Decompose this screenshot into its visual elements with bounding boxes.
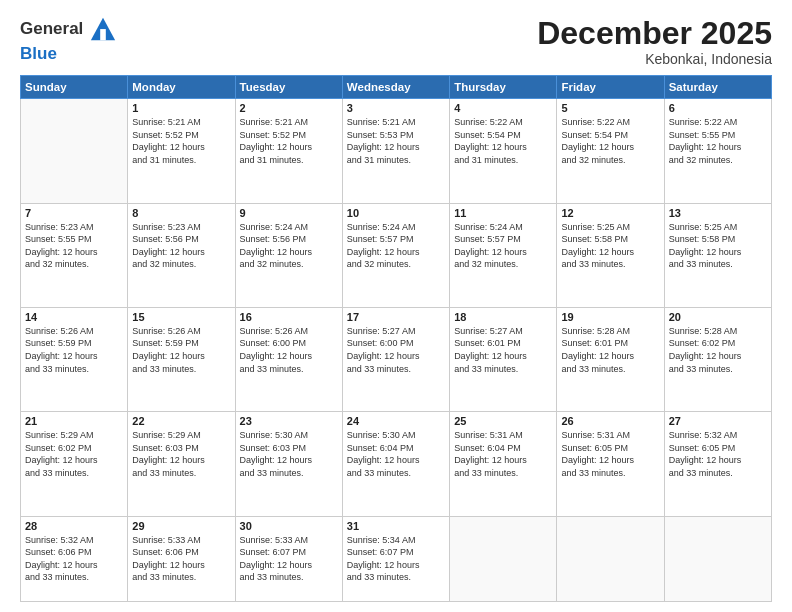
day-number: 7 bbox=[25, 207, 123, 219]
table-row: 17Sunrise: 5:27 AMSunset: 6:00 PMDayligh… bbox=[342, 307, 449, 411]
table-row: 29Sunrise: 5:33 AMSunset: 6:06 PMDayligh… bbox=[128, 516, 235, 601]
table-row: 30Sunrise: 5:33 AMSunset: 6:07 PMDayligh… bbox=[235, 516, 342, 601]
day-number: 14 bbox=[25, 311, 123, 323]
day-number: 13 bbox=[669, 207, 767, 219]
table-row bbox=[21, 99, 128, 203]
day-number: 26 bbox=[561, 415, 659, 427]
table-row: 7Sunrise: 5:23 AMSunset: 5:55 PMDaylight… bbox=[21, 203, 128, 307]
day-number: 21 bbox=[25, 415, 123, 427]
day-info: Sunrise: 5:27 AMSunset: 6:00 PMDaylight:… bbox=[347, 325, 445, 375]
day-number: 3 bbox=[347, 102, 445, 114]
day-info: Sunrise: 5:24 AMSunset: 5:57 PMDaylight:… bbox=[454, 221, 552, 271]
day-number: 2 bbox=[240, 102, 338, 114]
weekday-header-wednesday: Wednesday bbox=[342, 76, 449, 99]
day-number: 10 bbox=[347, 207, 445, 219]
day-number: 1 bbox=[132, 102, 230, 114]
day-number: 12 bbox=[561, 207, 659, 219]
table-row: 4Sunrise: 5:22 AMSunset: 5:54 PMDaylight… bbox=[450, 99, 557, 203]
day-info: Sunrise: 5:22 AMSunset: 5:54 PMDaylight:… bbox=[454, 116, 552, 166]
table-row: 23Sunrise: 5:30 AMSunset: 6:03 PMDayligh… bbox=[235, 412, 342, 516]
table-row: 15Sunrise: 5:26 AMSunset: 5:59 PMDayligh… bbox=[128, 307, 235, 411]
table-row: 22Sunrise: 5:29 AMSunset: 6:03 PMDayligh… bbox=[128, 412, 235, 516]
day-number: 5 bbox=[561, 102, 659, 114]
logo: General Blue bbox=[20, 16, 118, 64]
day-info: Sunrise: 5:30 AMSunset: 6:04 PMDaylight:… bbox=[347, 429, 445, 479]
weekday-header-sunday: Sunday bbox=[21, 76, 128, 99]
day-info: Sunrise: 5:31 AMSunset: 6:05 PMDaylight:… bbox=[561, 429, 659, 479]
table-row: 9Sunrise: 5:24 AMSunset: 5:56 PMDaylight… bbox=[235, 203, 342, 307]
table-row: 27Sunrise: 5:32 AMSunset: 6:05 PMDayligh… bbox=[664, 412, 771, 516]
table-row: 26Sunrise: 5:31 AMSunset: 6:05 PMDayligh… bbox=[557, 412, 664, 516]
table-row: 21Sunrise: 5:29 AMSunset: 6:02 PMDayligh… bbox=[21, 412, 128, 516]
day-info: Sunrise: 5:33 AMSunset: 6:07 PMDaylight:… bbox=[240, 534, 338, 584]
day-number: 27 bbox=[669, 415, 767, 427]
table-row: 28Sunrise: 5:32 AMSunset: 6:06 PMDayligh… bbox=[21, 516, 128, 601]
day-number: 28 bbox=[25, 520, 123, 532]
day-info: Sunrise: 5:22 AMSunset: 5:55 PMDaylight:… bbox=[669, 116, 767, 166]
day-info: Sunrise: 5:33 AMSunset: 6:06 PMDaylight:… bbox=[132, 534, 230, 584]
day-info: Sunrise: 5:34 AMSunset: 6:07 PMDaylight:… bbox=[347, 534, 445, 584]
day-info: Sunrise: 5:31 AMSunset: 6:04 PMDaylight:… bbox=[454, 429, 552, 479]
day-number: 4 bbox=[454, 102, 552, 114]
day-number: 17 bbox=[347, 311, 445, 323]
svg-rect-1 bbox=[100, 29, 106, 40]
table-row bbox=[664, 516, 771, 601]
day-info: Sunrise: 5:24 AMSunset: 5:56 PMDaylight:… bbox=[240, 221, 338, 271]
logo-blue: Blue bbox=[20, 44, 57, 63]
table-row: 12Sunrise: 5:25 AMSunset: 5:58 PMDayligh… bbox=[557, 203, 664, 307]
day-info: Sunrise: 5:28 AMSunset: 6:01 PMDaylight:… bbox=[561, 325, 659, 375]
calendar-table: SundayMondayTuesdayWednesdayThursdayFrid… bbox=[20, 75, 772, 602]
day-info: Sunrise: 5:21 AMSunset: 5:52 PMDaylight:… bbox=[240, 116, 338, 166]
day-number: 9 bbox=[240, 207, 338, 219]
day-info: Sunrise: 5:23 AMSunset: 5:56 PMDaylight:… bbox=[132, 221, 230, 271]
day-number: 30 bbox=[240, 520, 338, 532]
day-number: 19 bbox=[561, 311, 659, 323]
table-row: 31Sunrise: 5:34 AMSunset: 6:07 PMDayligh… bbox=[342, 516, 449, 601]
title-block: December 2025 Kebonkai, Indonesia bbox=[537, 16, 772, 67]
table-row: 5Sunrise: 5:22 AMSunset: 5:54 PMDaylight… bbox=[557, 99, 664, 203]
table-row bbox=[557, 516, 664, 601]
day-number: 6 bbox=[669, 102, 767, 114]
table-row: 16Sunrise: 5:26 AMSunset: 6:00 PMDayligh… bbox=[235, 307, 342, 411]
day-number: 15 bbox=[132, 311, 230, 323]
table-row: 18Sunrise: 5:27 AMSunset: 6:01 PMDayligh… bbox=[450, 307, 557, 411]
table-row: 13Sunrise: 5:25 AMSunset: 5:58 PMDayligh… bbox=[664, 203, 771, 307]
table-row: 6Sunrise: 5:22 AMSunset: 5:55 PMDaylight… bbox=[664, 99, 771, 203]
day-info: Sunrise: 5:26 AMSunset: 5:59 PMDaylight:… bbox=[25, 325, 123, 375]
day-info: Sunrise: 5:22 AMSunset: 5:54 PMDaylight:… bbox=[561, 116, 659, 166]
day-number: 11 bbox=[454, 207, 552, 219]
day-info: Sunrise: 5:28 AMSunset: 6:02 PMDaylight:… bbox=[669, 325, 767, 375]
day-info: Sunrise: 5:32 AMSunset: 6:06 PMDaylight:… bbox=[25, 534, 123, 584]
day-info: Sunrise: 5:25 AMSunset: 5:58 PMDaylight:… bbox=[561, 221, 659, 271]
day-info: Sunrise: 5:32 AMSunset: 6:05 PMDaylight:… bbox=[669, 429, 767, 479]
day-info: Sunrise: 5:21 AMSunset: 5:53 PMDaylight:… bbox=[347, 116, 445, 166]
month-title: December 2025 bbox=[537, 16, 772, 51]
logo-icon bbox=[89, 16, 117, 44]
weekday-header-monday: Monday bbox=[128, 76, 235, 99]
day-info: Sunrise: 5:27 AMSunset: 6:01 PMDaylight:… bbox=[454, 325, 552, 375]
weekday-header-tuesday: Tuesday bbox=[235, 76, 342, 99]
table-row: 8Sunrise: 5:23 AMSunset: 5:56 PMDaylight… bbox=[128, 203, 235, 307]
day-info: Sunrise: 5:26 AMSunset: 5:59 PMDaylight:… bbox=[132, 325, 230, 375]
table-row: 24Sunrise: 5:30 AMSunset: 6:04 PMDayligh… bbox=[342, 412, 449, 516]
logo-general: General bbox=[20, 19, 83, 38]
day-info: Sunrise: 5:25 AMSunset: 5:58 PMDaylight:… bbox=[669, 221, 767, 271]
day-number: 18 bbox=[454, 311, 552, 323]
page: General Blue December 2025 Kebonkai, Ind… bbox=[0, 0, 792, 612]
day-number: 23 bbox=[240, 415, 338, 427]
day-info: Sunrise: 5:29 AMSunset: 6:03 PMDaylight:… bbox=[132, 429, 230, 479]
table-row: 2Sunrise: 5:21 AMSunset: 5:52 PMDaylight… bbox=[235, 99, 342, 203]
location-title: Kebonkai, Indonesia bbox=[537, 51, 772, 67]
table-row: 20Sunrise: 5:28 AMSunset: 6:02 PMDayligh… bbox=[664, 307, 771, 411]
day-number: 25 bbox=[454, 415, 552, 427]
day-info: Sunrise: 5:26 AMSunset: 6:00 PMDaylight:… bbox=[240, 325, 338, 375]
day-number: 24 bbox=[347, 415, 445, 427]
day-number: 20 bbox=[669, 311, 767, 323]
day-number: 16 bbox=[240, 311, 338, 323]
day-number: 31 bbox=[347, 520, 445, 532]
day-info: Sunrise: 5:30 AMSunset: 6:03 PMDaylight:… bbox=[240, 429, 338, 479]
day-number: 29 bbox=[132, 520, 230, 532]
table-row: 19Sunrise: 5:28 AMSunset: 6:01 PMDayligh… bbox=[557, 307, 664, 411]
header: General Blue December 2025 Kebonkai, Ind… bbox=[20, 16, 772, 67]
table-row: 10Sunrise: 5:24 AMSunset: 5:57 PMDayligh… bbox=[342, 203, 449, 307]
